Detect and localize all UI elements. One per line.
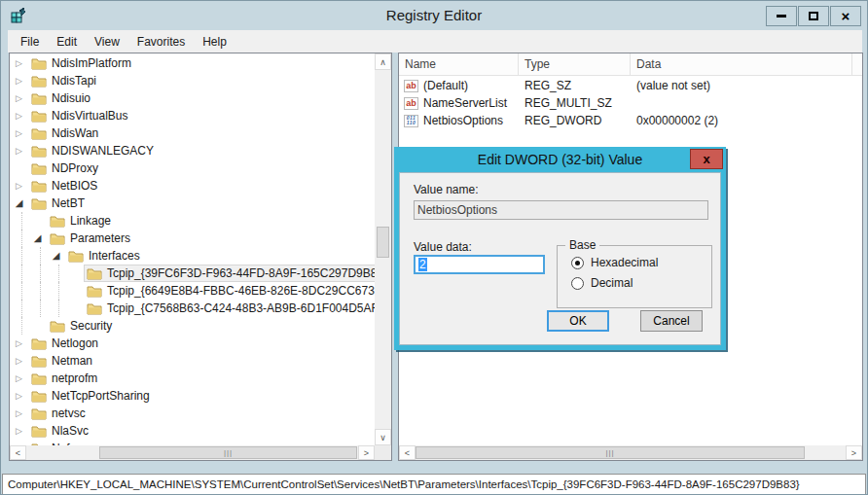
value-row[interactable]: 011110NetbiosOptionsREG_DWORD0x00000002 … xyxy=(399,112,862,129)
menu-view[interactable]: View xyxy=(86,32,128,52)
tree-item-body[interactable]: Interfaces xyxy=(65,247,375,265)
tree-item[interactable]: ◢NetBT xyxy=(10,194,375,212)
tree-item[interactable]: ▷NdisWan xyxy=(10,124,375,142)
menu-help[interactable]: Help xyxy=(194,32,235,52)
expander-collapsed-icon[interactable]: ▷ xyxy=(10,352,28,370)
tree-item[interactable]: ▷NetBIOS xyxy=(10,177,375,194)
scrollbar-corner xyxy=(375,445,391,460)
scroll-down-icon[interactable]: ∨ xyxy=(375,429,391,445)
tree-item-body[interactable]: Tcpip_{6649E8B4-FBBC-46EB-826E-8DC29CC67… xyxy=(84,282,375,300)
expander-collapsed-icon[interactable]: ▷ xyxy=(10,72,28,89)
tree-item[interactable]: ▷Netman xyxy=(10,352,375,370)
tree-item-body[interactable]: Security xyxy=(47,317,375,335)
tree-item[interactable]: ▷NetTcpPortSharing xyxy=(10,387,375,405)
tree-item[interactable]: ▷Netlogon xyxy=(10,335,375,352)
scroll-left-icon[interactable]: < xyxy=(10,445,26,460)
tree-item[interactable]: ▷Ndisuio xyxy=(10,89,375,107)
tree-item[interactable]: ▷netvsc xyxy=(10,405,375,422)
column-header-type[interactable]: Type xyxy=(519,53,631,75)
column-header-name[interactable]: Name xyxy=(399,53,519,75)
tree-horizontal-scrollbar[interactable]: < ||| > xyxy=(10,445,375,460)
tree-item-body[interactable]: netvsc xyxy=(28,405,375,422)
tree-item-body[interactable]: Netlogon xyxy=(28,335,375,352)
tree-item[interactable]: Security xyxy=(10,317,375,335)
tree-item[interactable]: ◢Parameters xyxy=(10,230,375,247)
tree-item-body[interactable]: NlaSvc xyxy=(28,422,375,440)
tree-item[interactable]: Tcpip_{C7568B63-C424-48B3-AB9B-6D1F004D5… xyxy=(10,300,375,317)
list-horizontal-scrollbar[interactable]: < ||| > xyxy=(399,445,862,460)
expander-collapsed-icon[interactable]: ▷ xyxy=(10,335,28,352)
tree-item-body[interactable]: NdisWan xyxy=(28,124,375,142)
close-button[interactable]: × xyxy=(830,6,861,26)
tree-item[interactable]: ▷NdisVirtualBus xyxy=(10,107,375,124)
expander-expanded-icon[interactable]: ◢ xyxy=(28,230,47,247)
radio-option-decimal[interactable]: Decimal xyxy=(571,276,711,290)
title-bar[interactable]: Registry Editor × xyxy=(1,1,867,30)
tree-item-body[interactable]: Ndisuio xyxy=(28,89,375,107)
menu-file[interactable]: File xyxy=(12,32,48,52)
tree-item-body[interactable]: NetTcpPortSharing xyxy=(28,387,375,405)
tree-vscroll-thumb[interactable] xyxy=(377,227,389,258)
tree-item[interactable]: ▷NdisTapi xyxy=(10,72,375,89)
tree-item[interactable]: Linkage xyxy=(10,212,375,230)
tree-item-body[interactable]: netprofm xyxy=(28,370,375,387)
tree-vertical-scrollbar[interactable]: ∧ ∨ xyxy=(375,53,391,445)
tree-item[interactable]: ▷NdisImPlatform xyxy=(10,54,375,72)
list-hscroll-thumb[interactable]: ||| xyxy=(416,446,805,459)
menu-favorites[interactable]: Favorites xyxy=(128,32,194,52)
tree-item[interactable]: ◢Interfaces xyxy=(10,247,375,265)
tree-item-body[interactable]: NDISWANLEGACY xyxy=(28,142,375,159)
scroll-up-icon[interactable]: ∧ xyxy=(375,53,391,70)
expander-collapsed-icon[interactable]: ▷ xyxy=(10,370,28,387)
value-row[interactable]: ab(Default)REG_SZ(value not set) xyxy=(399,77,862,94)
maximize-button[interactable] xyxy=(798,6,829,26)
tree-item-body[interactable]: NetBT xyxy=(28,194,375,212)
tree-item-selected[interactable]: Tcpip_{39FC6F3D-F963-44FD-8A9F-165C297D9… xyxy=(84,265,375,282)
expander-collapsed-icon[interactable]: ▷ xyxy=(10,54,28,72)
expander-collapsed-icon[interactable]: ▷ xyxy=(10,124,28,142)
tree-item[interactable]: ▷NDISWANLEGACY xyxy=(10,142,375,159)
tree-item-body[interactable]: NdisVirtualBus xyxy=(28,107,375,124)
dialog-close-button[interactable]: x xyxy=(690,149,723,169)
expander-collapsed-icon[interactable]: ▷ xyxy=(10,405,28,422)
tree-item-body[interactable]: NDProxy xyxy=(28,159,375,177)
expander-expanded-icon[interactable]: ◢ xyxy=(10,194,28,212)
expander-collapsed-icon[interactable]: ▷ xyxy=(10,107,28,124)
tree-item[interactable]: ▷NlaSvc xyxy=(10,422,375,440)
radio-option-hexadecimal[interactable]: Hexadecimal xyxy=(571,256,711,269)
value-name-field[interactable]: NetbiosOptions xyxy=(414,200,708,220)
tree-hscroll-thumb[interactable]: ||| xyxy=(99,446,357,459)
expander-collapsed-icon[interactable]: ▷ xyxy=(10,89,28,107)
tree-item-body[interactable]: Tcpip_{C7568B63-C424-48B3-AB9B-6D1F004D5… xyxy=(84,300,375,317)
tree-item-body[interactable]: NdisImPlatform xyxy=(28,54,375,72)
scroll-right-icon[interactable]: > xyxy=(846,445,862,460)
tree-item-body[interactable]: Parameters xyxy=(47,230,375,247)
tree-item[interactable]: NDProxy xyxy=(10,159,375,177)
tree-item[interactable]: Tcpip_{39FC6F3D-F963-44FD-8A9F-165C297D9… xyxy=(10,265,375,282)
dialog-title-bar[interactable]: Edit DWORD (32-bit) Value x xyxy=(399,147,721,172)
expander-collapsed-icon[interactable]: ▷ xyxy=(10,387,28,405)
expander-collapsed-icon[interactable]: ▷ xyxy=(10,177,28,194)
expander-collapsed-icon[interactable]: ▷ xyxy=(10,422,28,440)
tree-item-body[interactable]: Linkage xyxy=(47,212,375,230)
column-header-data[interactable]: Data xyxy=(631,53,852,75)
radio-icon[interactable] xyxy=(571,277,584,290)
radio-icon[interactable] xyxy=(571,257,584,269)
tree-item[interactable]: Tcpip_{6649E8B4-FBBC-46EB-826E-8DC29CC67… xyxy=(10,282,375,300)
value-row[interactable]: abNameServerListREG_MULTI_SZ xyxy=(399,94,862,112)
ok-button[interactable]: OK xyxy=(547,310,609,332)
tree-item-body[interactable]: NdisTapi xyxy=(28,72,375,89)
tree-item[interactable]: ▷netprofm xyxy=(10,370,375,387)
scroll-left-icon[interactable]: < xyxy=(399,445,416,460)
expander-collapsed-icon[interactable]: ▷ xyxy=(10,142,28,159)
expander-expanded-icon[interactable]: ◢ xyxy=(47,247,65,265)
value-data-field[interactable]: 2 xyxy=(414,255,545,274)
tree-guide xyxy=(21,300,40,317)
menu-edit[interactable]: Edit xyxy=(48,32,86,52)
tree-item-body[interactable]: Netman xyxy=(28,352,375,370)
tree-item-body[interactable]: NetBIOS xyxy=(28,177,375,194)
cancel-button[interactable]: Cancel xyxy=(640,310,703,332)
scroll-right-icon[interactable]: > xyxy=(358,445,375,460)
tree-item-label: Linkage xyxy=(70,214,111,228)
minimize-button[interactable] xyxy=(766,6,797,26)
